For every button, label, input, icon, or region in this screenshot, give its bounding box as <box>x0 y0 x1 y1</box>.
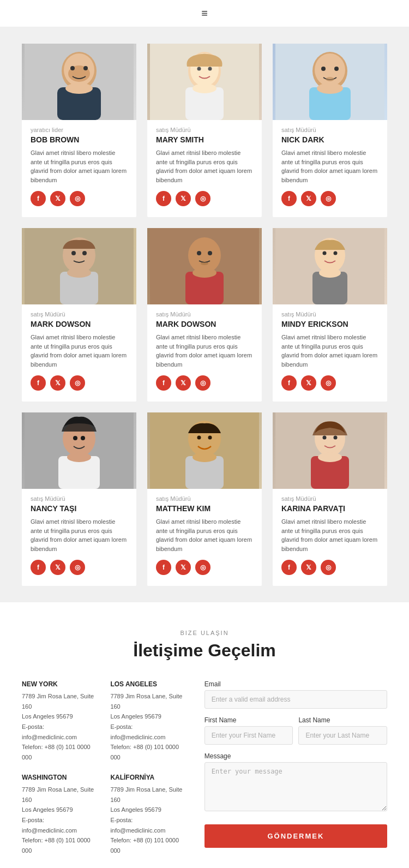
svg-point-52 <box>208 436 212 440</box>
facebook-icon-nancy-tasi[interactable]: f <box>31 560 46 575</box>
team-card-body-karina-parvati: satış MüdürüKARINA PARVAŢIGlavi amet rit… <box>273 495 387 575</box>
twitter-icon-mark-dowson-1[interactable]: 𝕏 <box>50 375 65 391</box>
svg-point-33 <box>193 268 216 278</box>
team-card-mark-dowson-2: satış MüdürüMARK DOWSONGlavi amet ritnis… <box>147 228 262 402</box>
submit-button[interactable]: GÖNDERMEK <box>204 824 387 848</box>
team-card-mark-dowson-1: satış MüdürüMARK DOWSONGlavi amet ritnis… <box>22 228 136 402</box>
svg-point-14 <box>208 67 212 71</box>
team-role-mark-dowson-2: satış Müdürü <box>156 311 253 318</box>
twitter-icon-mindy-erickson[interactable]: 𝕏 <box>301 375 316 391</box>
svg-point-20 <box>317 83 343 94</box>
last-name-group: Last Name <box>298 716 387 745</box>
team-socials-bob-brown: f𝕏◎ <box>31 191 128 206</box>
team-desc-nancy-tasi: Glavi amet ritnisl libero molestie ante … <box>31 517 128 553</box>
twitter-icon-karina-parvati[interactable]: 𝕏 <box>301 560 316 575</box>
twitter-icon-matthew-kim[interactable]: 𝕏 <box>176 560 191 575</box>
last-name-label: Last Name <box>298 716 387 724</box>
addr-text: 7789 Jim Rosa Lane, Suite 160Los Angeles… <box>110 785 188 856</box>
facebook-icon-bob-brown[interactable]: f <box>31 191 46 206</box>
team-name-mark-dowson-2: MARK DOWSON <box>156 320 253 328</box>
contact-body: NEW YORK7789 Jim Rosa Lane, Suite 160Los… <box>22 680 387 856</box>
svg-point-35 <box>208 251 212 255</box>
svg-point-22 <box>334 67 339 71</box>
name-row: First Name Last Name <box>204 716 387 752</box>
team-desc-karina-parvati: Glavi amet ritnisl libero molestie ante … <box>281 517 378 553</box>
instagram-icon-mark-dowson-2[interactable]: ◎ <box>195 375 210 391</box>
team-card-body-mark-dowson-2: satış MüdürüMARK DOWSONGlavi amet ritnis… <box>147 311 262 391</box>
team-card-body-mark-dowson-1: satış MüdürüMARK DOWSONGlavi amet ritnis… <box>22 311 136 391</box>
twitter-icon-mark-dowson-2[interactable]: 𝕏 <box>176 375 191 391</box>
message-input[interactable] <box>204 762 387 811</box>
team-role-nancy-tasi: satış Müdürü <box>31 495 128 502</box>
contact-header: BIZE ULAŞIN İletişime Geçelim <box>22 630 387 661</box>
team-role-bob-brown: yaratıcı lider <box>31 127 128 133</box>
instagram-icon-nancy-tasi[interactable]: ◎ <box>70 560 85 575</box>
addr-text: 7789 Jim Rosa Lane, Suite 160Los Angeles… <box>22 785 99 856</box>
team-role-karina-parvati: satış Müdürü <box>281 495 378 502</box>
instagram-icon-karina-parvati[interactable]: ◎ <box>321 560 336 575</box>
svg-point-6 <box>70 66 75 70</box>
twitter-icon-bob-brown[interactable]: 𝕏 <box>50 191 65 206</box>
contact-form: Email First Name Last Name Message GÖNDE… <box>204 680 387 856</box>
team-card-image-mary-smith <box>147 44 262 120</box>
twitter-icon-nancy-tasi[interactable]: 𝕏 <box>50 560 65 575</box>
team-name-mark-dowson-1: MARK DOWSON <box>31 320 128 328</box>
team-desc-mark-dowson-1: Glavi amet ritnisl libero molestie ante … <box>31 333 128 369</box>
team-card-bob-brown: yaratıcı liderBOB BROWNGlavi amet ritnis… <box>22 44 136 217</box>
team-desc-nick-dark: Glavi amet ritnisl libero molestie ante … <box>281 148 378 184</box>
team-name-nancy-tasi: NANCY TAŞI <box>31 504 128 513</box>
svg-point-46 <box>81 436 85 440</box>
facebook-icon-nick-dark[interactable]: f <box>281 191 297 206</box>
facebook-icon-matthew-kim[interactable]: f <box>156 560 171 575</box>
twitter-icon-nick-dark[interactable]: 𝕏 <box>301 191 316 206</box>
facebook-icon-mary-smith[interactable]: f <box>156 191 171 206</box>
team-desc-mark-dowson-2: Glavi amet ritnisl libero molestie ante … <box>156 333 253 369</box>
team-card-matthew-kim: satış MüdürüMATTHEW KIMGlavi amet ritnis… <box>147 412 262 586</box>
hamburger-icon[interactable]: ≡ <box>201 7 208 20</box>
instagram-icon-matthew-kim[interactable]: ◎ <box>195 560 210 575</box>
facebook-icon-karina-parvati[interactable]: f <box>281 560 297 575</box>
svg-point-51 <box>197 436 201 440</box>
svg-point-5 <box>65 83 93 94</box>
contact-section: BIZE ULAŞIN İletişime Geçelim NEW YORK77… <box>0 602 409 868</box>
facebook-icon-mindy-erickson[interactable]: f <box>281 375 297 391</box>
twitter-icon-mary-smith[interactable]: 𝕏 <box>176 191 191 206</box>
team-card-mindy-erickson: satış MüdürüMINDY ERICKSONGlavi amet rit… <box>273 228 387 402</box>
instagram-icon-mary-smith[interactable]: ◎ <box>195 191 210 206</box>
svg-point-36 <box>201 262 208 265</box>
svg-point-28 <box>71 251 76 255</box>
first-name-group: First Name <box>204 716 293 745</box>
team-name-karina-parvati: KARINA PARVAŢI <box>281 504 378 513</box>
team-card-image-mark-dowson-2 <box>147 228 262 304</box>
team-card-image-mindy-erickson <box>273 228 387 304</box>
message-label: Message <box>204 752 387 760</box>
team-card-nick-dark: satış MüdürüNICK DARKGlavi amet ritnisl … <box>273 44 387 217</box>
contact-title: İletişime Geçelim <box>22 640 387 661</box>
team-socials-mindy-erickson: f𝕏◎ <box>281 375 378 391</box>
team-socials-mark-dowson-2: f𝕏◎ <box>156 375 253 391</box>
svg-point-48 <box>67 452 91 462</box>
team-card-body-mary-smith: satış MüdürüMARY SMITHGlavi amet ritnisl… <box>147 127 262 206</box>
addr-text: 7789 Jim Rosa Lane, Suite 160Los Angeles… <box>110 691 188 763</box>
team-card-nancy-tasi: satış MüdürüNANCY TAŞIGlavi amet ritnisl… <box>22 412 136 586</box>
svg-point-58 <box>334 436 338 440</box>
svg-point-40 <box>319 268 341 278</box>
instagram-icon-bob-brown[interactable]: ◎ <box>70 191 85 206</box>
team-desc-matthew-kim: Glavi amet ritnisl libero molestie ante … <box>156 517 253 553</box>
first-name-input[interactable] <box>204 726 293 745</box>
team-socials-mary-smith: f𝕏◎ <box>156 191 253 206</box>
svg-point-7 <box>83 66 88 70</box>
last-name-input[interactable] <box>298 726 387 745</box>
instagram-icon-mark-dowson-1[interactable]: ◎ <box>70 375 85 391</box>
email-input[interactable] <box>204 690 387 709</box>
facebook-icon-mark-dowson-2[interactable]: f <box>156 375 171 391</box>
team-name-mary-smith: MARY SMITH <box>156 135 253 144</box>
team-socials-mark-dowson-1: f𝕏◎ <box>31 375 128 391</box>
instagram-icon-mindy-erickson[interactable]: ◎ <box>321 375 336 391</box>
instagram-icon-nick-dark[interactable]: ◎ <box>321 191 336 206</box>
facebook-icon-mark-dowson-1[interactable]: f <box>31 375 46 391</box>
team-card-image-nancy-tasi <box>22 412 136 489</box>
addr-block-los-angeles: LOS ANGELES7789 Jim Rosa Lane, Suite 160… <box>110 680 188 763</box>
contact-subtitle: BIZE ULAŞIN <box>22 630 387 636</box>
addr-city: NEW YORK <box>22 680 99 688</box>
